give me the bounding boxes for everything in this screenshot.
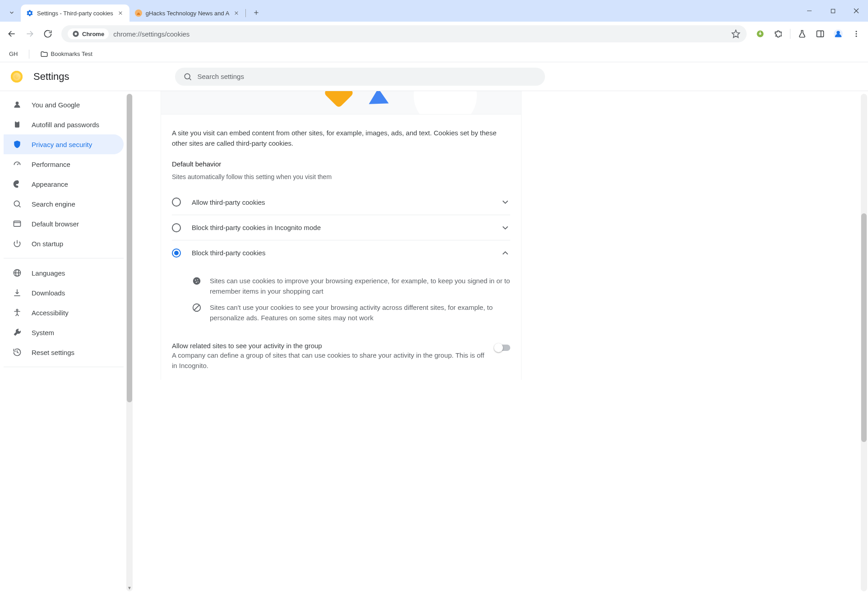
- site-chip[interactable]: Chrome: [68, 28, 109, 39]
- kebab-menu[interactable]: [848, 26, 864, 42]
- sidebar-divider: [4, 367, 124, 367]
- svg-line-31: [19, 206, 20, 207]
- tabs-dropdown-button[interactable]: [5, 6, 18, 19]
- settings-header: Settings: [0, 62, 868, 91]
- tab-settings-cookies[interactable]: Settings - Third-party cookies: [21, 5, 129, 22]
- info-text: Sites can't use your cookies to see your…: [210, 303, 510, 323]
- expand-icon[interactable]: [500, 197, 510, 207]
- sidebar-scrollbar[interactable]: ▼: [126, 94, 133, 591]
- ghacks-favicon-icon: [135, 9, 142, 17]
- window-controls: [798, 0, 868, 22]
- sidebar-item-label: Accessibility: [32, 309, 69, 317]
- close-tab-button[interactable]: [117, 9, 124, 17]
- download-manager-icon[interactable]: [752, 26, 768, 42]
- option-label: Allow third-party cookies: [192, 198, 500, 206]
- radio-icon[interactable]: [172, 249, 181, 258]
- close-window-button[interactable]: [845, 0, 868, 22]
- svg-point-26: [16, 101, 19, 105]
- bookmark-star[interactable]: [731, 29, 740, 38]
- search-settings[interactable]: [175, 68, 545, 86]
- svg-point-20: [836, 31, 840, 34]
- maximize-button[interactable]: [821, 0, 845, 22]
- accessibility-icon: [13, 308, 22, 317]
- svg-marker-15: [732, 30, 740, 38]
- cookie-icon: [192, 276, 202, 286]
- settings-logo-icon: [11, 71, 23, 83]
- settings-content: A site you visit can embed content from …: [134, 91, 868, 594]
- sidebar-item-autofill[interactable]: Autofill and passwords: [4, 115, 124, 134]
- sidebar-item-label: Search engine: [32, 200, 75, 208]
- tab-strip: Settings - Third-party cookies gHacks Te…: [0, 0, 868, 22]
- svg-point-42: [198, 281, 199, 282]
- new-tab-button[interactable]: [250, 6, 263, 19]
- person-icon: [13, 100, 22, 109]
- svg-point-14: [74, 32, 77, 35]
- browser-toolbar: Chrome chrome://settings/cookies: [0, 22, 868, 46]
- sidebar-item-system[interactable]: System: [4, 322, 124, 342]
- sidebar-item-label: Default browser: [32, 220, 79, 228]
- sidebar-item-label: Reset settings: [32, 349, 74, 356]
- section-subtitle: Sites automatically follow this setting …: [172, 173, 510, 180]
- svg-point-22: [856, 33, 857, 35]
- sidebar-item-performance[interactable]: Performance: [4, 154, 124, 174]
- sidebar-item-on-startup[interactable]: On startup: [4, 234, 124, 253]
- reload-button[interactable]: [40, 26, 56, 42]
- minimize-button[interactable]: [798, 0, 821, 22]
- radio-icon[interactable]: [172, 223, 181, 232]
- related-sites-switch[interactable]: [495, 345, 510, 351]
- sidebar-item-label: Downloads: [32, 289, 65, 297]
- extensions-icon[interactable]: [770, 26, 786, 42]
- content-scrollbar[interactable]: [861, 94, 867, 591]
- option-incognito[interactable]: Block third-party cookies in Incognito m…: [172, 215, 510, 240]
- svg-point-21: [856, 31, 857, 32]
- close-tab-button[interactable]: [233, 9, 240, 17]
- collapse-icon[interactable]: [500, 248, 510, 258]
- sidebar-item-privacy[interactable]: Privacy and security: [4, 134, 124, 154]
- sidebar-item-label: Autofill and passwords: [32, 121, 99, 129]
- address-bar[interactable]: Chrome chrome://settings/cookies: [61, 25, 747, 42]
- sidebar-item-search-engine[interactable]: Search engine: [4, 194, 124, 214]
- svg-line-29: [17, 163, 18, 165]
- search-input[interactable]: [198, 73, 537, 80]
- svg-rect-27: [15, 121, 19, 127]
- clipboard-icon: [13, 120, 22, 129]
- scrollbar-thumb[interactable]: [861, 213, 867, 442]
- sidebar-item-accessibility[interactable]: Accessibility: [4, 303, 124, 322]
- svg-point-41: [196, 282, 197, 283]
- back-button[interactable]: [4, 26, 20, 42]
- sidebar-item-appearance[interactable]: Appearance: [4, 174, 124, 194]
- option-allow[interactable]: Allow third-party cookies: [172, 189, 510, 215]
- svg-rect-8: [831, 9, 835, 13]
- globe-icon: [13, 268, 22, 277]
- sidebar-item-downloads[interactable]: Downloads: [4, 283, 124, 303]
- sidebar-item-default-browser[interactable]: Default browser: [4, 214, 124, 234]
- svg-line-44: [194, 305, 199, 310]
- svg-point-37: [16, 309, 18, 311]
- svg-rect-28: [16, 121, 18, 122]
- page-title: Settings: [33, 71, 69, 83]
- profile-avatar[interactable]: [830, 26, 846, 42]
- radio-icon[interactable]: [172, 198, 181, 207]
- scroll-down-icon[interactable]: ▼: [126, 585, 133, 590]
- scrollbar-thumb[interactable]: [127, 94, 132, 402]
- bookmark-gh[interactable]: GH: [5, 49, 22, 59]
- sidebar-item-reset[interactable]: Reset settings: [4, 342, 124, 362]
- section-title: Default behavior: [172, 160, 510, 168]
- bookmark-label: GH: [9, 51, 18, 57]
- tab-ghacks[interactable]: gHacks Technology News and A: [129, 5, 245, 22]
- option-block[interactable]: Block third-party cookies: [172, 240, 510, 265]
- expand-icon[interactable]: [500, 223, 510, 233]
- bookmarks-separator: [29, 50, 29, 59]
- cookie-options: Allow third-party cookies Block third-pa…: [172, 189, 510, 265]
- bookmark-folder-test[interactable]: Bookmarks Test: [37, 48, 96, 60]
- shield-icon: [13, 140, 22, 149]
- option-block-details: Sites can use cookies to improve your br…: [172, 265, 510, 334]
- sidebar-item-you-and-google[interactable]: You and Google: [4, 95, 124, 115]
- sidebar-item-languages[interactable]: Languages: [4, 263, 124, 283]
- toggle-title: Allow related sites to see your activity…: [172, 342, 486, 350]
- labs-icon[interactable]: [794, 26, 810, 42]
- forward-button[interactable]: [22, 26, 38, 42]
- intro-text: A site you visit can embed content from …: [172, 128, 510, 148]
- wrench-icon: [13, 328, 22, 337]
- side-panel-icon[interactable]: [812, 26, 828, 42]
